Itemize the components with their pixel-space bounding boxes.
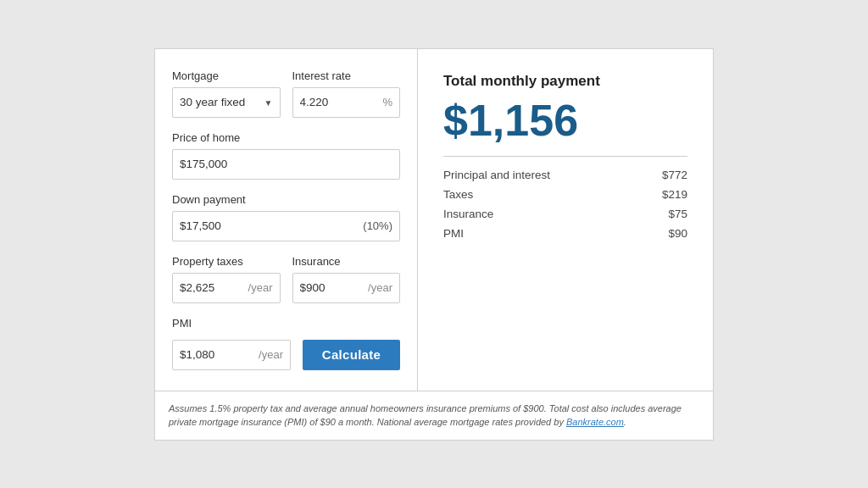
main-card: Mortgage 30 year fixed 15 year fixed 5/1… xyxy=(154,48,714,391)
price-of-home-input[interactable] xyxy=(180,158,392,170)
down-payment-field-group: Down payment (10%) xyxy=(172,193,400,241)
price-of-home-input-wrapper xyxy=(172,149,400,180)
taxes-insurance-row: Property taxes /year Insurance /year xyxy=(172,255,400,303)
mortgage-label: Mortgage xyxy=(172,69,281,82)
right-panel: Total monthly payment $1,156 Principal a… xyxy=(418,49,713,391)
bankrate-link[interactable]: Bankrate.com xyxy=(566,417,624,427)
breakdown-value: $219 xyxy=(662,188,687,201)
pmi-input-wrapper: /year xyxy=(172,340,291,370)
breakdown-label: Insurance xyxy=(443,208,493,220)
breakdown-row: Taxes$219 xyxy=(443,188,687,201)
price-of-home-label: Price of home xyxy=(172,131,400,144)
interest-rate-label: Interest rate xyxy=(292,69,401,82)
pmi-calculate-row: /year Calculate xyxy=(172,340,400,370)
pmi-suffix: /year xyxy=(259,348,283,361)
breakdown-row: Insurance$75 xyxy=(443,208,687,220)
interest-rate-suffix: % xyxy=(382,96,392,108)
insurance-input[interactable] xyxy=(300,281,365,294)
breakdown-value: $772 xyxy=(662,169,687,181)
breakdown-row: PMI$90 xyxy=(443,227,687,240)
property-taxes-input[interactable] xyxy=(180,281,245,294)
mortgage-interest-row: Mortgage 30 year fixed 15 year fixed 5/1… xyxy=(172,69,400,118)
pmi-label-group: PMI xyxy=(172,317,400,335)
property-taxes-label: Property taxes xyxy=(172,255,281,268)
property-taxes-input-wrapper: /year xyxy=(172,273,281,303)
interest-rate-field-group: Interest rate % xyxy=(292,69,401,118)
insurance-input-wrapper: /year xyxy=(292,273,401,303)
down-payment-label: Down payment xyxy=(172,193,400,206)
interest-rate-input-wrapper: % xyxy=(292,87,401,118)
breakdown-row: Principal and interest$772 xyxy=(443,169,687,181)
interest-rate-input[interactable] xyxy=(300,96,380,108)
calculate-button[interactable]: Calculate xyxy=(303,340,400,370)
insurance-label: Insurance xyxy=(292,255,401,268)
mortgage-field-group: Mortgage 30 year fixed 15 year fixed 5/1… xyxy=(172,69,281,118)
insurance-suffix: /year xyxy=(368,281,392,294)
property-taxes-suffix: /year xyxy=(248,281,273,294)
breakdown-label: Principal and interest xyxy=(443,169,550,181)
total-amount-value: $1,156 xyxy=(443,98,687,142)
footer-period: . xyxy=(624,417,626,427)
pmi-input[interactable] xyxy=(180,348,255,361)
pmi-field-group: /year xyxy=(172,340,291,370)
divider xyxy=(443,156,687,157)
pmi-label: PMI xyxy=(172,317,400,330)
price-of-home-field-group: Price of home xyxy=(172,131,400,180)
calculator-container: Mortgage 30 year fixed 15 year fixed 5/1… xyxy=(154,48,714,441)
footer-note: Assumes 1.5% property tax and average an… xyxy=(154,391,714,441)
mortgage-select-wrapper[interactable]: 30 year fixed 15 year fixed 5/1 ARM ▼ xyxy=(172,87,281,118)
insurance-field-group: Insurance /year xyxy=(292,255,401,303)
breakdown-value: $75 xyxy=(668,208,687,220)
breakdown-value: $90 xyxy=(668,227,687,240)
mortgage-select[interactable]: 30 year fixed 15 year fixed 5/1 ARM xyxy=(180,96,273,108)
breakdown-list: Principal and interest$772Taxes$219Insur… xyxy=(443,169,687,240)
breakdown-label: Taxes xyxy=(443,188,473,201)
left-panel: Mortgage 30 year fixed 15 year fixed 5/1… xyxy=(155,49,418,391)
total-monthly-payment-label: Total monthly payment xyxy=(443,73,687,90)
down-payment-input-wrapper: (10%) xyxy=(172,211,400,241)
down-payment-pct: (10%) xyxy=(363,219,392,232)
down-payment-input[interactable] xyxy=(180,219,363,232)
property-taxes-field-group: Property taxes /year xyxy=(172,255,281,303)
breakdown-label: PMI xyxy=(443,227,464,240)
